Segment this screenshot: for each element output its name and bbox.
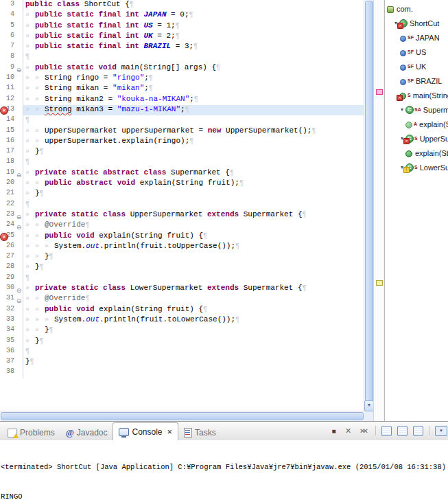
code-text[interactable]: »public static final int UK = 2;¶ bbox=[23, 32, 364, 42]
code-line-37[interactable]: 37}¶ bbox=[0, 357, 364, 367]
code-text[interactable]: »»@Override¶ bbox=[23, 220, 364, 231]
tree-item[interactable]: ▾!SLowerSupermarket bbox=[385, 160, 448, 174]
code-text[interactable]: »»String mikan2 = "kouka-na-MIKAN";¶ bbox=[23, 95, 364, 105]
tree-item[interactable]: SFUS bbox=[385, 45, 448, 59]
folding-column[interactable]: ⊖ bbox=[15, 168, 23, 179]
code-text[interactable]: public class ShortCut {¶ bbox=[23, 0, 364, 10]
line-number[interactable]: 26 bbox=[5, 242, 15, 252]
close-tab-icon[interactable]: ✕ bbox=[167, 429, 173, 435]
line-annotation-column[interactable] bbox=[0, 252, 5, 262]
code-line-4[interactable]: 4»public static final int JAPAN = 0;¶ bbox=[0, 10, 364, 21]
code-line-7[interactable]: 7»public static final int BRAZIL = 3;¶ bbox=[0, 42, 364, 52]
line-number[interactable]: 21 bbox=[5, 189, 15, 199]
line-annotation-column[interactable] bbox=[0, 157, 5, 168]
code-line-33[interactable]: 33»»»System.out.println(fruit.toLowerCas… bbox=[0, 315, 364, 326]
code-line-31[interactable]: 31⊖»»@Override¶ bbox=[0, 294, 364, 304]
folding-column[interactable] bbox=[15, 305, 23, 315]
folding-column[interactable] bbox=[15, 73, 23, 84]
folding-column[interactable] bbox=[15, 157, 23, 168]
line-number[interactable]: 38 bbox=[5, 367, 15, 378]
line-number[interactable]: 5 bbox=[5, 21, 15, 32]
collapse-icon[interactable]: ⊖ bbox=[16, 67, 22, 73]
code-text[interactable]: »»}¶ bbox=[23, 252, 364, 262]
warning-overview-marker[interactable] bbox=[376, 280, 383, 286]
code-line-35[interactable]: 35»}¶ bbox=[0, 337, 364, 347]
folding-column[interactable] bbox=[15, 347, 23, 357]
code-line-30[interactable]: 30⊖»private static class LowerSupermarke… bbox=[0, 284, 364, 294]
tree-item[interactable]: com. bbox=[385, 1, 448, 16]
folding-column[interactable]: ⊖ bbox=[15, 210, 23, 220]
line-annotation-column[interactable] bbox=[0, 262, 5, 273]
code-line-9[interactable]: 9⊖»public static void main(String[] args… bbox=[0, 63, 364, 73]
tab-console[interactable]: Console✕ bbox=[113, 422, 178, 440]
code-line-29[interactable]: 29¶ bbox=[0, 273, 364, 284]
tree-item[interactable]: ▾✕ShortCut bbox=[385, 16, 448, 30]
code-text[interactable]: ¶ bbox=[23, 157, 364, 168]
line-annotation-column[interactable] bbox=[0, 21, 5, 32]
code-line-24[interactable]: 24⊖»»@Override¶ bbox=[0, 220, 364, 231]
line-annotation-column[interactable] bbox=[0, 189, 5, 199]
code-text[interactable]: »»public void explain(String fruit) {¶ bbox=[23, 305, 364, 315]
code-text[interactable]: ¶ bbox=[23, 347, 364, 357]
folding-column[interactable] bbox=[15, 95, 23, 105]
line-annotation-column[interactable] bbox=[0, 168, 5, 179]
code-line-3[interactable]: 3public class ShortCut {¶ bbox=[0, 0, 364, 10]
code-text[interactable]: »}¶ bbox=[23, 337, 364, 347]
line-annotation-column[interactable] bbox=[0, 200, 5, 210]
tab-problems[interactable]: Problems bbox=[2, 425, 60, 440]
folding-column[interactable] bbox=[15, 147, 23, 157]
code-line-34[interactable]: 34»»}¶ bbox=[0, 326, 364, 336]
line-annotation-column[interactable] bbox=[0, 242, 5, 252]
folding-column[interactable] bbox=[15, 42, 23, 52]
code-text[interactable]: »»public void explain(String fruit) {¶ bbox=[23, 231, 364, 242]
line-annotation-column[interactable] bbox=[0, 294, 5, 304]
code-line-15[interactable]: 15»»UpperSupermarket upperSupermarket = … bbox=[0, 126, 364, 137]
line-annotation-column[interactable] bbox=[0, 305, 5, 315]
folding-column[interactable] bbox=[15, 231, 23, 242]
code-text[interactable] bbox=[23, 367, 364, 378]
terminate-icon[interactable]: ■ bbox=[329, 426, 338, 436]
code-line-19[interactable]: 19⊖»private static abstract class Superm… bbox=[0, 168, 364, 179]
code-line-6[interactable]: 6»public static final int UK = 2;¶ bbox=[0, 32, 364, 42]
code-text[interactable]: »»»System.out.println(fruit.toUpperCase(… bbox=[23, 242, 364, 252]
line-number[interactable]: 10 bbox=[5, 73, 15, 84]
line-annotation-column[interactable] bbox=[0, 42, 5, 52]
code-line-26[interactable]: 26»»»System.out.println(fruit.toUpperCas… bbox=[0, 242, 364, 252]
code-text[interactable]: »»Strong mikan3 = "mazu-i-MIKAN";¶ bbox=[23, 105, 364, 115]
line-number[interactable]: 15 bbox=[5, 126, 15, 137]
folding-column[interactable] bbox=[15, 52, 23, 62]
code-line-28[interactable]: 28»}¶ bbox=[0, 262, 364, 273]
line-number[interactable]: 30 bbox=[5, 284, 15, 294]
line-annotation-column[interactable] bbox=[0, 326, 5, 336]
collapse-icon[interactable]: ⊖ bbox=[16, 214, 22, 220]
line-number[interactable]: 18 bbox=[5, 157, 15, 168]
line-number[interactable]: 19 bbox=[5, 168, 15, 179]
tree-item[interactable]: ✕Smain(String[] args) bbox=[385, 88, 448, 102]
line-annotation-column[interactable] bbox=[0, 315, 5, 326]
folding-column[interactable] bbox=[15, 326, 23, 336]
scroll-down-arrow-icon[interactable]: ▼ bbox=[364, 400, 374, 411]
code-text[interactable]: »»}¶ bbox=[23, 326, 364, 336]
overview-ruler[interactable] bbox=[373, 0, 384, 421]
line-number[interactable]: 28 bbox=[5, 262, 15, 273]
error-marker-icon[interactable]: ✕ bbox=[0, 233, 8, 241]
folding-column[interactable] bbox=[15, 242, 23, 252]
code-text[interactable]: ¶ bbox=[23, 273, 364, 284]
line-number[interactable]: 7 bbox=[5, 42, 15, 52]
line-number[interactable]: 8 bbox=[5, 52, 15, 62]
line-annotation-column[interactable] bbox=[0, 115, 5, 126]
folding-column[interactable] bbox=[15, 315, 23, 326]
tree-item[interactable]: SFUK bbox=[385, 59, 448, 73]
code-text[interactable]: »»public abstract void explain(String fr… bbox=[23, 179, 364, 189]
line-annotation-column[interactable] bbox=[0, 126, 5, 137]
tab-javadoc[interactable]: Javadoc bbox=[60, 425, 113, 440]
code-text[interactable]: »public static final int BRAZIL = 3;¶ bbox=[23, 42, 364, 52]
line-annotation-column[interactable] bbox=[0, 0, 5, 10]
line-annotation-column[interactable] bbox=[0, 367, 5, 378]
code-line-38[interactable]: 38 bbox=[0, 367, 364, 378]
folding-column[interactable] bbox=[15, 84, 23, 94]
line-number[interactable]: 14 bbox=[5, 115, 15, 126]
error-marker-icon[interactable]: ✕ bbox=[0, 106, 8, 115]
folding-column[interactable]: ⊖ bbox=[15, 63, 23, 73]
folding-column[interactable] bbox=[15, 262, 23, 273]
